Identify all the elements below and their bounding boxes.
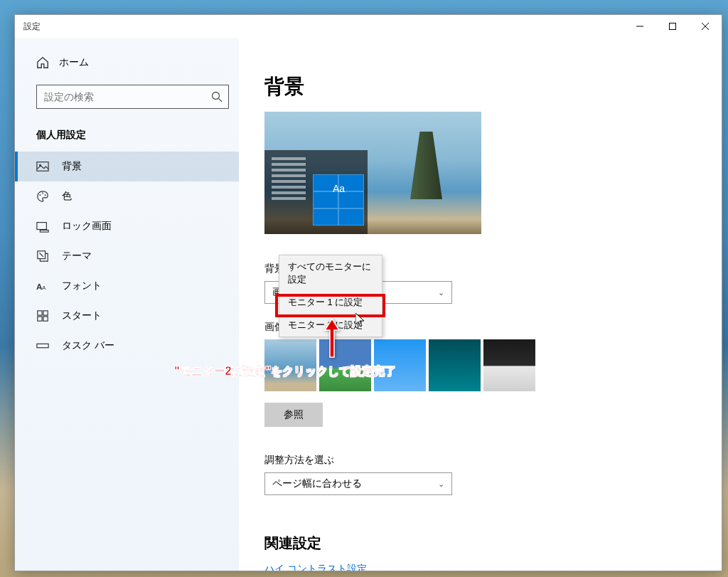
- nav-background[interactable]: 背景: [15, 152, 239, 181]
- svg-text:A: A: [42, 285, 46, 291]
- nav-label: 色: [62, 190, 72, 203]
- nav-start[interactable]: スタート: [15, 301, 239, 331]
- titlebar: 設定: [15, 15, 722, 38]
- svg-rect-20: [37, 344, 48, 347]
- chevron-down-icon: ⌄: [438, 480, 444, 489]
- search-box[interactable]: [36, 85, 229, 109]
- svg-rect-11: [37, 223, 47, 230]
- svg-rect-18: [38, 317, 42, 321]
- fit-dropdown[interactable]: ページ幅に合わせる ⌄: [264, 472, 452, 495]
- start-icon: [36, 309, 49, 322]
- high-contrast-link[interactable]: ハイ コントラスト設定: [264, 563, 722, 571]
- nav-label: フォント: [62, 280, 102, 292]
- fit-label: 調整方法を選ぶ: [264, 454, 722, 467]
- browse-button[interactable]: 参照: [264, 403, 323, 427]
- svg-point-9: [42, 193, 43, 194]
- desktop-preview: Aa: [264, 112, 481, 234]
- nav-lockscreen[interactable]: ロック画面: [15, 211, 239, 241]
- dropdown-value: ページ幅に合わせる: [272, 477, 362, 490]
- context-set-all-monitors[interactable]: すべてのモニターに設定: [279, 255, 382, 291]
- nav-label: 背景: [62, 160, 82, 173]
- window-title: 設定: [23, 21, 623, 33]
- svg-point-8: [40, 194, 41, 196]
- context-menu: すべてのモニターに設定 モニター 1 に設定 モニター 2 に設定: [279, 255, 382, 337]
- svg-rect-1: [670, 23, 676, 30]
- theme-icon: [36, 250, 49, 263]
- font-icon: AA: [36, 280, 49, 292]
- category-heading: 個人用設定: [15, 122, 239, 152]
- wallpaper-thumb-1[interactable]: [264, 339, 316, 391]
- svg-point-10: [45, 194, 46, 196]
- maximize-button[interactable]: [656, 15, 689, 38]
- home-label: ホーム: [59, 56, 89, 69]
- sidebar: ホーム 個人用設定 背景 色 ロック画面 テーマ: [15, 38, 239, 571]
- search-input[interactable]: [44, 91, 211, 102]
- preview-sample-text: Aa: [333, 183, 345, 194]
- nav-fonts[interactable]: AA フォント: [15, 271, 239, 301]
- minimize-button[interactable]: [623, 15, 656, 38]
- palette-icon: [36, 190, 49, 203]
- context-set-monitor-2[interactable]: モニター 2 に設定: [279, 314, 382, 337]
- nav-label: テーマ: [62, 250, 92, 263]
- svg-rect-17: [43, 311, 48, 315]
- search-icon: [211, 91, 223, 102]
- context-set-monitor-1[interactable]: モニター 1 に設定: [279, 291, 382, 314]
- page-title: 背景: [264, 73, 722, 100]
- wallpaper-thumb-4[interactable]: [429, 339, 481, 391]
- svg-rect-19: [43, 317, 48, 321]
- chevron-down-icon: ⌄: [438, 288, 444, 297]
- nav-colors[interactable]: 色: [15, 181, 239, 211]
- related-heading: 関連設定: [264, 534, 722, 553]
- svg-rect-12: [40, 230, 48, 232]
- nav-label: タスク バー: [62, 339, 114, 352]
- svg-point-4: [213, 92, 220, 100]
- svg-rect-6: [37, 162, 48, 171]
- home-icon: [36, 56, 49, 69]
- lockscreen-icon: [36, 220, 49, 233]
- wallpaper-thumb-5[interactable]: [483, 339, 535, 391]
- svg-rect-16: [38, 311, 42, 315]
- wallpaper-thumbnails: [264, 339, 722, 391]
- window-controls: [623, 15, 722, 38]
- wallpaper-thumb-3[interactable]: [374, 339, 426, 391]
- nav-themes[interactable]: テーマ: [15, 241, 239, 271]
- picture-icon: [36, 160, 49, 173]
- wallpaper-thumb-2[interactable]: [319, 339, 371, 391]
- close-button[interactable]: [689, 15, 722, 38]
- svg-line-5: [219, 99, 223, 102]
- nav-label: ロック画面: [62, 220, 112, 233]
- nav-label: スタート: [62, 309, 102, 322]
- home-button[interactable]: ホーム: [25, 51, 239, 75]
- taskbar-icon: [36, 339, 49, 352]
- nav-taskbar[interactable]: タスク バー: [15, 331, 239, 361]
